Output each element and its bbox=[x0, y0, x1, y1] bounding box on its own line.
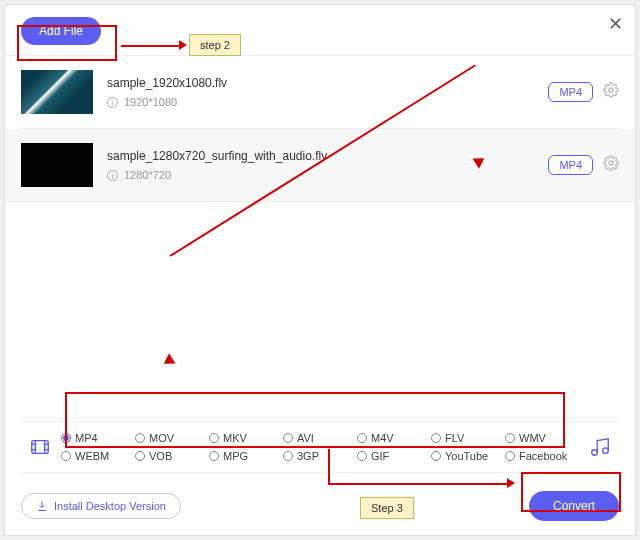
annotation-arrowhead bbox=[161, 353, 176, 368]
radio-icon bbox=[505, 451, 515, 461]
radio-icon bbox=[357, 451, 367, 461]
format-option-mpg[interactable]: MPG bbox=[209, 450, 283, 462]
format-option-gif[interactable]: GIF bbox=[357, 450, 431, 462]
format-option-webm[interactable]: WEBM bbox=[61, 450, 135, 462]
radio-icon bbox=[505, 433, 515, 443]
format-label: WEBM bbox=[75, 450, 109, 462]
download-icon bbox=[36, 500, 48, 512]
format-label: WMV bbox=[519, 432, 546, 444]
file-meta: i 1280*720 bbox=[107, 169, 548, 181]
file-thumbnail bbox=[21, 70, 93, 114]
radio-icon bbox=[357, 433, 367, 443]
radio-icon bbox=[209, 451, 219, 461]
format-option-3gp[interactable]: 3GP bbox=[283, 450, 357, 462]
info-icon: i bbox=[107, 170, 118, 181]
radio-icon bbox=[431, 451, 441, 461]
annotation-arrow bbox=[328, 483, 508, 485]
svg-point-1 bbox=[609, 161, 613, 165]
format-label: MKV bbox=[223, 432, 247, 444]
format-options: MP4MOVMKVAVIM4VFLVWMVWEBMVOBMPG3GPGIFYou… bbox=[55, 432, 585, 462]
format-panel: MP4MOVMKVAVIM4VFLVWMVWEBMVOBMPG3GPGIFYou… bbox=[21, 421, 619, 473]
format-option-mkv[interactable]: MKV bbox=[209, 432, 283, 444]
radio-icon bbox=[135, 433, 145, 443]
file-info: sample_1280x720_surfing_with_audio.flv i… bbox=[107, 149, 548, 181]
format-option-wmv[interactable]: WMV bbox=[505, 432, 579, 444]
format-label: GIF bbox=[371, 450, 389, 462]
convert-button[interactable]: Convert bbox=[529, 491, 619, 521]
format-label: MP4 bbox=[75, 432, 98, 444]
format-label: 3GP bbox=[297, 450, 319, 462]
format-label: FLV bbox=[445, 432, 464, 444]
file-row: sample_1280x720_surfing_with_audio.flv i… bbox=[5, 129, 635, 202]
radio-icon bbox=[431, 433, 441, 443]
file-resolution: 1920*1080 bbox=[124, 96, 177, 108]
format-label: VOB bbox=[149, 450, 172, 462]
format-label: AVI bbox=[297, 432, 314, 444]
install-label: Install Desktop Version bbox=[54, 500, 166, 512]
radio-icon bbox=[283, 433, 293, 443]
file-info: sample_1920x1080.flv i 1920*1080 bbox=[107, 76, 548, 108]
toolbar: Add File bbox=[5, 5, 635, 56]
format-label: YouTube bbox=[445, 450, 488, 462]
file-name: sample_1280x720_surfing_with_audio.flv bbox=[107, 149, 548, 163]
audio-icon[interactable] bbox=[585, 436, 615, 458]
format-option-mov[interactable]: MOV bbox=[135, 432, 209, 444]
format-option-flv[interactable]: FLV bbox=[431, 432, 505, 444]
radio-icon bbox=[61, 451, 71, 461]
file-row: sample_1920x1080.flv i 1920*1080 MP4 bbox=[21, 56, 619, 129]
svg-point-10 bbox=[603, 448, 609, 454]
svg-point-9 bbox=[592, 450, 598, 456]
bottom-bar: Install Desktop Version Convert bbox=[21, 491, 619, 521]
radio-icon bbox=[283, 451, 293, 461]
close-icon[interactable]: ✕ bbox=[608, 13, 623, 35]
format-label: MPG bbox=[223, 450, 248, 462]
file-resolution: 1280*720 bbox=[124, 169, 171, 181]
format-option-avi[interactable]: AVI bbox=[283, 432, 357, 444]
add-file-button[interactable]: Add File bbox=[21, 17, 101, 45]
app-window: ✕ Add File sample_1920x1080.flv i 1920*1… bbox=[4, 4, 636, 536]
file-meta: i 1920*1080 bbox=[107, 96, 548, 108]
svg-point-0 bbox=[609, 88, 613, 92]
video-icon[interactable] bbox=[25, 436, 55, 458]
format-label: M4V bbox=[371, 432, 394, 444]
annotation-arrowhead bbox=[507, 478, 515, 488]
format-label: Facebook bbox=[519, 450, 567, 462]
format-option-mp4[interactable]: MP4 bbox=[61, 432, 135, 444]
format-option-m4v[interactable]: M4V bbox=[357, 432, 431, 444]
format-option-vob[interactable]: VOB bbox=[135, 450, 209, 462]
file-thumbnail bbox=[21, 143, 93, 187]
format-option-facebook[interactable]: Facebook bbox=[505, 450, 579, 462]
svg-rect-2 bbox=[32, 441, 49, 454]
gear-icon[interactable] bbox=[603, 155, 619, 175]
target-format-button[interactable]: MP4 bbox=[548, 82, 593, 102]
file-name: sample_1920x1080.flv bbox=[107, 76, 548, 90]
format-option-youtube[interactable]: YouTube bbox=[431, 450, 505, 462]
radio-icon bbox=[61, 433, 71, 443]
radio-icon bbox=[209, 433, 219, 443]
gear-icon[interactable] bbox=[603, 82, 619, 102]
radio-icon bbox=[135, 451, 145, 461]
info-icon: i bbox=[107, 97, 118, 108]
file-list: sample_1920x1080.flv i 1920*1080 MP4 sam… bbox=[5, 56, 635, 202]
target-format-button[interactable]: MP4 bbox=[548, 155, 593, 175]
install-desktop-button[interactable]: Install Desktop Version bbox=[21, 493, 181, 519]
format-label: MOV bbox=[149, 432, 174, 444]
